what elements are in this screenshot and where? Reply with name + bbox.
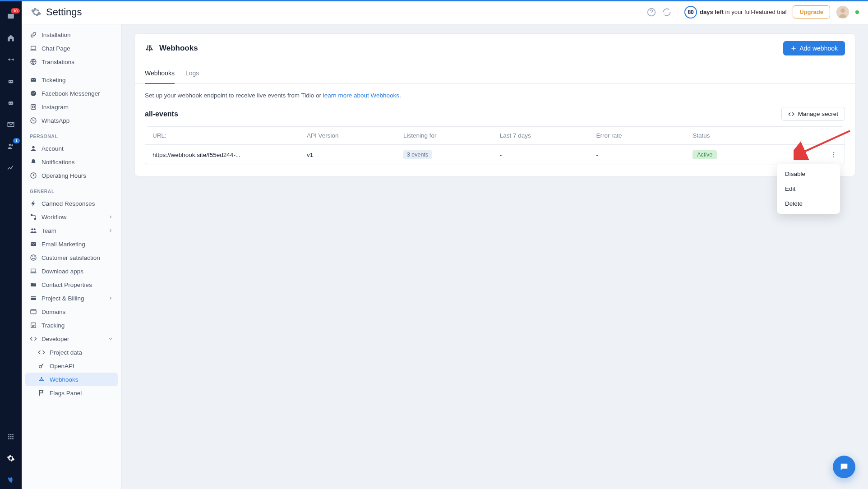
row-actions-button[interactable]: DisableEditDelete (789, 151, 837, 158)
intro-text: Set up your webhook endpoint to receive … (145, 92, 845, 99)
sidebar-item-developer[interactable]: Developer (25, 332, 118, 346)
nav-rail-flows[interactable] (5, 53, 17, 66)
sidebar-item-chat-page[interactable]: Chat Page (25, 42, 118, 55)
svg-rect-32 (34, 218, 36, 220)
sidebar-item-instagram[interactable]: Instagram (25, 100, 118, 114)
svg-point-12 (8, 436, 9, 438)
sidebar-item-label: Installation (42, 32, 71, 38)
nav-rail-home[interactable] (5, 32, 17, 44)
sidebar-item-domains[interactable]: Domains (25, 305, 118, 318)
sidebar-item-installation[interactable]: Installation (25, 28, 118, 42)
svg-point-6 (11, 103, 12, 104)
nav-rail-inbox-badge: 10 (11, 8, 20, 14)
table-header: Status (693, 132, 789, 139)
nav-rail-mail[interactable] (5, 118, 17, 131)
sidebar-item-project-data[interactable]: Project data (25, 346, 118, 359)
nav-rail-settings[interactable] (5, 452, 17, 465)
flags-icon (38, 389, 45, 397)
nav-rail-bot2[interactable] (5, 97, 17, 109)
sidebar-item-label: OpenAPI (50, 363, 74, 369)
sidebar-item-openapi[interactable]: OpenAPI (25, 359, 118, 373)
sidebar-item-label: Contact Properties (42, 281, 92, 288)
sidebar-item-download-apps[interactable]: Download apps (25, 264, 118, 278)
cell-events-chip[interactable]: 3 events (403, 150, 432, 159)
svg-point-26 (32, 106, 35, 108)
cell-url: https://webhook.site/f55ed244-... (152, 152, 307, 158)
chat-icon (839, 462, 849, 472)
sidebar-item-contact-properties[interactable]: Contact Properties (25, 278, 118, 291)
nav-rail-analytics[interactable] (5, 161, 17, 174)
sidebar-item-canned-responses[interactable]: Canned Responses (25, 197, 118, 210)
sidebar-item-project-billing[interactable]: Project & Billing (25, 291, 118, 305)
sidebar-item-label: Operating Hours (42, 172, 86, 179)
sidebar-item-label: Chat Page (42, 45, 70, 52)
sidebar-item-translations[interactable]: Translations (25, 55, 118, 69)
svg-point-13 (10, 436, 12, 438)
sidebar-item-label: Domains (42, 309, 65, 315)
sidebar-item-label: Workflow (42, 214, 66, 221)
sidebar-item-facebook-messenger[interactable]: Facebook Messenger (25, 87, 118, 100)
nav-rail-logo[interactable] (5, 474, 17, 486)
svg-point-27 (35, 105, 35, 106)
svg-point-44 (41, 377, 42, 378)
tab-logs[interactable]: Logs (185, 63, 199, 84)
row-actions-menu: DisableEditDelete (777, 164, 840, 214)
svg-point-9 (8, 434, 9, 435)
nav-rail-team[interactable]: 1 (5, 140, 17, 152)
refresh-icon[interactable] (662, 8, 671, 17)
help-icon[interactable] (647, 8, 656, 17)
chevron-right-icon (108, 214, 113, 220)
svg-point-14 (12, 436, 14, 438)
dropdown-item-delete[interactable]: Delete (777, 196, 840, 211)
plus-icon (790, 45, 797, 51)
avatar[interactable] (836, 6, 849, 18)
sidebar-item-whatsapp[interactable]: WhatsApp (25, 114, 118, 127)
smile-icon (30, 254, 37, 261)
bolt-icon (30, 200, 37, 207)
sidebar-item-notifications[interactable]: Notifications (25, 155, 118, 169)
tab-webhooks[interactable]: Webhooks (145, 63, 175, 84)
trial-info: 80 days left in your full-featured trial (684, 6, 786, 18)
webhook-group-name: all-events (145, 110, 178, 118)
sidebar-item-label: Flags Panel (50, 390, 82, 397)
upgrade-button[interactable]: Upgrade (793, 5, 830, 18)
sidebar-item-email-marketing[interactable]: Email Marketing (25, 237, 118, 251)
svg-point-2 (9, 81, 10, 82)
messenger-icon (30, 90, 37, 97)
svg-point-36 (31, 255, 36, 260)
chat-fab[interactable] (833, 456, 855, 478)
svg-point-16 (10, 438, 12, 439)
sidebar-item-ticketing[interactable]: Ticketing (25, 73, 118, 87)
table-row: https://webhook.site/f55ed244-... v1 3 e… (145, 145, 845, 165)
sidebar-item-tracking[interactable]: Tracking (25, 318, 118, 332)
sidebar-item-workflow[interactable]: Workflow (25, 210, 118, 224)
svg-rect-37 (31, 269, 36, 272)
dropdown-item-disable[interactable]: Disable (777, 166, 840, 181)
card-title: Webhooks (159, 44, 198, 53)
nav-rail-bot1[interactable] (5, 75, 17, 88)
dropdown-item-edit[interactable]: Edit (777, 181, 840, 196)
svg-point-41 (39, 365, 42, 368)
sidebar-item-team[interactable]: Team (25, 224, 118, 237)
webhooks-card: Webhooks Add webhook WebhooksLogs Set up… (134, 33, 855, 176)
add-webhook-button[interactable]: Add webhook (783, 41, 845, 55)
sidebar-item-operating-hours[interactable]: Operating Hours (25, 169, 118, 182)
nav-rail-inbox[interactable]: 10 (5, 10, 17, 23)
chevron-right-icon (108, 295, 113, 301)
content-area: Webhooks Add webhook WebhooksLogs Set up… (122, 24, 868, 489)
sidebar-item-webhooks[interactable]: Webhooks (25, 373, 118, 386)
sidebar-item-label: Project data (50, 349, 82, 356)
code-icon (38, 349, 45, 356)
svg-point-29 (32, 146, 34, 148)
sidebar-item-customer-satisfaction[interactable]: Customer satisfaction (25, 251, 118, 264)
sidebar-item-account[interactable]: Account (25, 142, 118, 155)
manage-secret-button[interactable]: Manage secret (781, 107, 845, 121)
table-header: API Version (307, 132, 403, 139)
chevron-right-icon (108, 228, 113, 233)
sidebar-item-label: Facebook Messenger (42, 90, 100, 97)
learn-more-link[interactable]: learn more about Webhooks (323, 92, 399, 99)
svg-point-17 (12, 438, 14, 439)
webhooks-table: URL:API VersionListening forLast 7 daysE… (145, 126, 845, 165)
sidebar-item-flags-panel[interactable]: Flags Panel (25, 386, 118, 400)
nav-rail-apps[interactable] (5, 430, 17, 443)
